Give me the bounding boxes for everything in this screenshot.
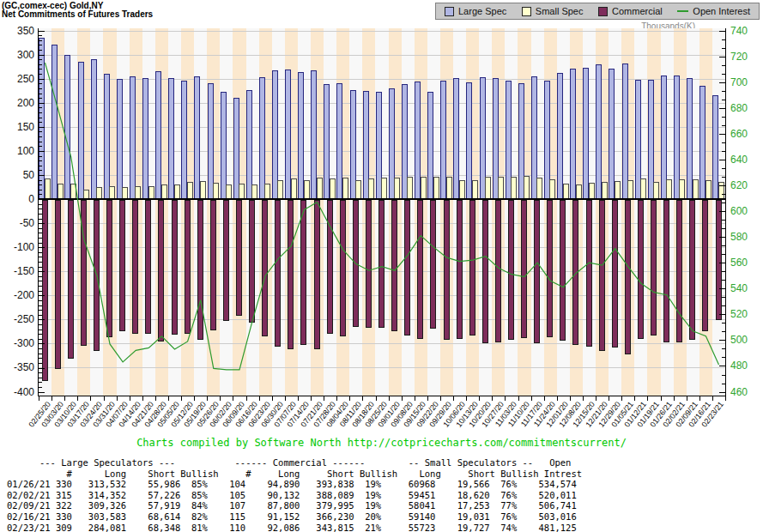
- left-axis-tick-label: -50: [2, 217, 34, 229]
- x-axis-tick: [712, 396, 713, 401]
- x-axis-tick: [518, 396, 519, 401]
- cot-data-table: --- Large Speculators --- ------ Commerc…: [7, 457, 582, 532]
- left-axis-tick-label: 350: [2, 25, 34, 37]
- table-row: 02/09/21 322 309,326 57,919 84% 107 87,8…: [7, 500, 582, 511]
- left-axis-tick-label: -350: [2, 361, 34, 373]
- x-axis-tick: [220, 396, 221, 401]
- x-axis-tick: [155, 396, 156, 401]
- x-axis-tick: [349, 396, 350, 401]
- x-axis-tick: [130, 396, 130, 401]
- left-axis-tick-label: 0: [2, 193, 34, 205]
- x-axis-tick: [311, 396, 312, 401]
- x-axis-tick: [376, 396, 377, 401]
- legend-item-open-interest: Open Interest: [677, 6, 750, 16]
- legend-label: Small Spec: [536, 6, 584, 16]
- x-axis-tick: [687, 396, 687, 401]
- x-axis-tick: [104, 396, 105, 401]
- legend-item-large-spec: Large Spec: [445, 6, 506, 16]
- x-axis-tick: [583, 396, 584, 401]
- left-axis-tick-label: 300: [2, 49, 34, 61]
- x-axis-tick: [544, 396, 545, 401]
- x-axis-tick: [51, 396, 52, 401]
- x-axis-tick: [362, 396, 363, 401]
- x-axis-tick: [661, 396, 662, 401]
- x-axis-tick: [168, 396, 169, 401]
- legend: Large Spec Small Spec Commercial Open In…: [435, 3, 760, 20]
- x-axis-tick: [621, 396, 622, 401]
- legend-label: Large Spec: [458, 6, 506, 16]
- right-axis-tick-label: 620: [730, 179, 763, 191]
- legend-label: Commercial: [612, 6, 663, 16]
- left-axis-tick-label: 100: [2, 145, 34, 157]
- x-axis-tick: [324, 396, 324, 401]
- table-group-header: --- Large Speculators --- ------ Commerc…: [7, 457, 582, 469]
- left-axis-tick-label: -250: [2, 313, 34, 325]
- x-axis-tick: [194, 396, 195, 401]
- x-axis-tick: [77, 396, 78, 401]
- x-axis-tick: [466, 396, 467, 401]
- x-axis-tick: [492, 396, 493, 401]
- x-axis-tick: [64, 396, 65, 401]
- right-axis-tick-label: 580: [730, 231, 763, 243]
- x-axis-tick: [427, 396, 428, 401]
- table-row: 02/16/21 330 303,583 68,614 82% 115 91,1…: [7, 511, 582, 523]
- plot-area: [39, 28, 725, 396]
- x-axis-tick: [90, 396, 91, 401]
- x-axis-tick: [272, 396, 273, 401]
- bottom-axis-line: [38, 396, 726, 396]
- left-axis-tick-label: -100: [2, 241, 34, 253]
- page-subtitle: Net Commitments of Futures Traders: [2, 9, 153, 19]
- right-axis-tick-label: 480: [730, 360, 763, 372]
- x-axis-tick: [570, 396, 571, 401]
- x-axis-tick: [453, 396, 454, 401]
- right-axis-tick-label: 740: [730, 25, 763, 37]
- right-axis-tick-label: 520: [730, 308, 763, 320]
- x-axis-tick: [634, 396, 635, 401]
- x-axis-tick: [531, 396, 532, 401]
- table-column-header: # Long Short Bullish # Long Short Bullis…: [7, 469, 582, 480]
- x-axis-tick: [233, 396, 233, 401]
- x-axis-tick: [725, 396, 726, 401]
- x-axis-tick: [596, 396, 596, 401]
- right-axis-tick-label: 640: [730, 154, 763, 166]
- x-axis-tick: [647, 396, 648, 401]
- x-axis-tick: [674, 396, 675, 401]
- x-axis-tick: [415, 396, 415, 401]
- left-axis-tick-label: -300: [2, 337, 34, 349]
- small-spec-swatch-icon: [522, 7, 531, 16]
- right-axis-tick-label: 720: [730, 51, 763, 63]
- large-spec-swatch-icon: [445, 7, 454, 16]
- legend-item-small-spec: Small Spec: [522, 6, 584, 16]
- x-axis-tick: [336, 396, 337, 401]
- table-row: 02/23/21 309 284,081 68,348 81% 110 92,0…: [7, 523, 582, 532]
- right-axis-tick-label: 660: [730, 128, 763, 140]
- x-axis-tick: [298, 396, 299, 401]
- x-axis-tick: [402, 396, 403, 401]
- x-axis-tick: [207, 396, 208, 401]
- left-axis-tick-label: 200: [2, 97, 34, 109]
- cot-chart-page: (GC,comex-cec) Gold,NY Net Commitments o…: [0, 0, 763, 532]
- right-axis-tick-label: 600: [730, 205, 763, 217]
- open-interest-line: [39, 28, 725, 396]
- x-axis-tick: [505, 396, 506, 401]
- x-axis-tick: [259, 396, 260, 401]
- x-axis-tick: [557, 396, 558, 401]
- right-axis-tick-label: 500: [730, 334, 763, 346]
- left-axis-tick-label: 250: [2, 73, 34, 85]
- right-axis-tick-label: 700: [730, 76, 763, 88]
- left-axis-tick-label: -200: [2, 289, 34, 301]
- right-axis-tick-label: 560: [730, 257, 763, 269]
- x-axis-tick: [142, 396, 143, 401]
- left-axis-tick-label: 50: [2, 169, 34, 181]
- x-axis-tick: [609, 396, 609, 401]
- x-axis-tick: [479, 396, 480, 401]
- legend-item-commercial: Commercial: [598, 6, 663, 16]
- commercial-swatch-icon: [598, 7, 608, 16]
- left-axis-tick-label: -150: [2, 265, 34, 277]
- table-row: 01/26/21 330 313,532 55,986 85% 104 94,8…: [7, 479, 582, 490]
- x-axis-tick: [181, 396, 182, 401]
- x-axis-tick: [389, 396, 390, 401]
- right-axis-tick-label: 680: [730, 102, 763, 114]
- x-axis-tick: [440, 396, 441, 401]
- x-axis-tick: [246, 396, 247, 401]
